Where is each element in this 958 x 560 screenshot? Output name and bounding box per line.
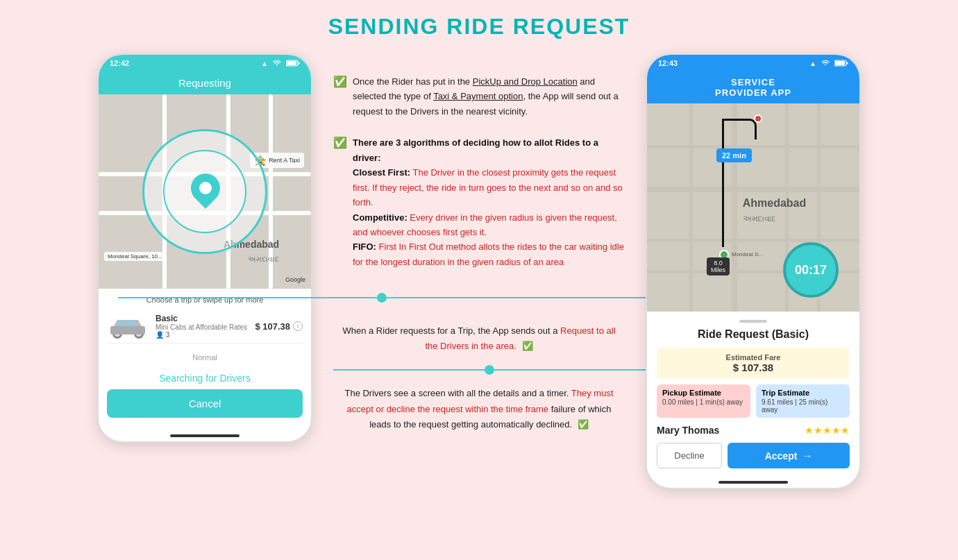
- estimates-row: Pickup Estimate 0.00 miles | 1 min(s) aw…: [657, 384, 850, 418]
- right-phone-card: Ride Request (Basic) Estimated Fare $ 10…: [647, 312, 859, 477]
- connector-1: [118, 293, 646, 303]
- rm-city-gu-label: અમદાવાદ: [743, 214, 776, 223]
- right-phone: 12:43 ▲ SERVICE PROVIDER APP: [646, 53, 861, 489]
- right-phone-header: SERVICE PROVIDER APP: [647, 71, 859, 103]
- connector-2: [333, 365, 646, 375]
- fare-amount: $ 107.38: [662, 362, 844, 373]
- right-home-bar: [718, 481, 788, 484]
- rm-22min-label: 22 min: [716, 149, 752, 162]
- ride-details: Basic Mini Cabs at Affordable Rates 👤 3: [156, 314, 248, 339]
- page-title: SENDING RIDE REQUEST: [328, 14, 630, 40]
- left-phone: 12:42 ▲ Requesting: [97, 53, 312, 443]
- info-icon[interactable]: i: [293, 321, 303, 331]
- searching-text: Searching for Drivers: [99, 373, 311, 384]
- check-icon-2: ✅: [333, 136, 347, 149]
- fare-box: Estimated Fare $ 107.38: [657, 348, 850, 379]
- next-option: Normal: [99, 350, 311, 364]
- map-city-label-gu: અમદાવાદ: [248, 255, 279, 264]
- check-icon-1: ✅: [333, 75, 347, 88]
- arrow-icon: →: [802, 450, 812, 461]
- left-wifi-icon: [272, 60, 282, 67]
- cancel-button[interactable]: Cancel: [107, 389, 303, 418]
- ride-name: Basic: [156, 314, 248, 323]
- check-icon-4: ✅: [578, 419, 589, 430]
- info-block-1: ✅ Once the Rider has put in the PickUp a…: [333, 74, 625, 316]
- ride-description: Mini Cabs at Affordable Rates: [156, 323, 248, 331]
- left-location-icon: ▲: [261, 60, 268, 67]
- route-start-dot: [754, 114, 762, 123]
- ride-price: $ 107.38: [255, 321, 290, 332]
- ride-seats: 👤 3: [156, 331, 248, 339]
- rm-city-label: Ahmedabad: [743, 197, 807, 210]
- timer-circle: 00:17: [783, 242, 839, 298]
- scroll-bar: [739, 320, 767, 323]
- right-status-bar: 12:43 ▲: [647, 55, 859, 71]
- pickup-estimate: Pickup Estimate 0.00 miles | 1 min(s) aw…: [657, 384, 750, 418]
- block2-text: When a Rider requests for a Trip, the Ap…: [333, 323, 625, 354]
- check-icon-3: ✅: [522, 341, 533, 351]
- right-phone-map: Godrej Garden C... 22 min Ahmedabad અમદા…: [647, 103, 859, 312]
- block2-text-2: The Drivers see a screen with all the de…: [333, 386, 625, 432]
- home-bar: [170, 434, 239, 437]
- svg-rect-7: [110, 326, 145, 334]
- info-text-1: Once the Rider has put in the PickUp and…: [353, 74, 625, 119]
- left-battery-icon: [286, 60, 300, 67]
- left-phone-map: Ahmedabad અમદાવાદ 🚖 Rent A Taxi Mo: [99, 94, 311, 289]
- accept-button[interactable]: Accept →: [728, 443, 850, 468]
- trip-estimate: Trip Estimate 9.61 miles | 25 min(s) awa…: [756, 384, 850, 418]
- info-block-2: When a Rider requests for a Trip, the Ap…: [333, 323, 625, 432]
- route-curve: [722, 119, 757, 139]
- scroll-indicator: [657, 320, 850, 323]
- middle-section: ✅ Once the Rider has put in the PickUp a…: [312, 53, 646, 432]
- info-point-1: ✅ Once the Rider has put in the PickUp a…: [333, 74, 625, 119]
- svg-rect-12: [835, 61, 845, 65]
- map-google-label: Google: [285, 276, 305, 283]
- right-home-indicator: [647, 477, 859, 488]
- map-location-pin: [191, 173, 219, 201]
- driver-row: Mary Thomas ★★★★★: [657, 425, 850, 436]
- home-indicator: [99, 430, 311, 441]
- right-location-icon: ▲: [809, 60, 816, 67]
- rm-mondeal-label: Mondeal S...: [732, 251, 763, 257]
- info-point-2: ✅ There are 3 algorithms of deciding how…: [333, 135, 625, 269]
- rm-miles-box: 8.0Miles: [707, 257, 730, 275]
- svg-rect-2: [287, 61, 296, 65]
- right-battery-icon: [834, 60, 848, 67]
- ride-option-basic[interactable]: Basic Mini Cabs at Affordable Rates 👤 3 …: [107, 309, 303, 343]
- decline-button[interactable]: Decline: [657, 443, 722, 468]
- left-status-bar: 12:42 ▲: [99, 55, 311, 71]
- svg-rect-1: [299, 62, 300, 65]
- left-time: 12:42: [110, 59, 129, 67]
- car-icon: [107, 314, 149, 339]
- svg-rect-8: [118, 321, 126, 325]
- main-content: 12:42 ▲ Requesting: [14, 53, 944, 489]
- left-phone-header: Requesting: [99, 71, 311, 94]
- svg-rect-9: [128, 321, 136, 325]
- svg-rect-11: [847, 62, 848, 65]
- driver-name: Mary Thomas: [657, 425, 719, 436]
- right-time: 12:43: [658, 59, 678, 67]
- action-buttons: Decline Accept →: [657, 443, 850, 468]
- driver-stars: ★★★★★: [805, 425, 850, 436]
- map-street-label: Mondeal Square, 10...: [104, 252, 166, 261]
- right-wifi-icon: [821, 60, 830, 67]
- info-text-2: There are 3 algorithms of deciding how t…: [353, 135, 625, 269]
- ride-request-title: Ride Request (Basic): [657, 328, 850, 341]
- fare-label: Estimated Fare: [662, 353, 844, 362]
